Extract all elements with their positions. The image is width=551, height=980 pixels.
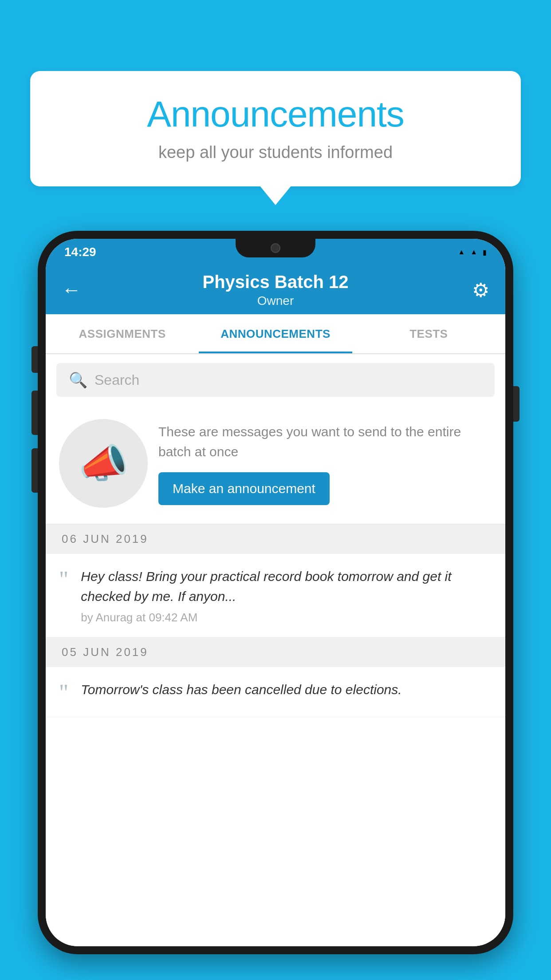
phone-wrapper: 14:29 ▲ ▲ ▮ ← Physics Batch 12 Owner ⚙: [38, 231, 513, 980]
screen-content: 🔍 Search 📣 These are messages you want t…: [46, 354, 505, 946]
announcement-item-2[interactable]: " Tomorrow's class has been cancelled du…: [46, 667, 505, 717]
status-time: 14:29: [64, 245, 96, 259]
back-button[interactable]: ←: [62, 279, 88, 301]
tab-assignments[interactable]: ASSIGNMENTS: [46, 314, 199, 353]
date-label-2: 05 JUN 2019: [62, 645, 149, 659]
phone-screen: 14:29 ▲ ▲ ▮ ← Physics Batch 12 Owner ⚙: [46, 239, 505, 946]
signal-icon: ▲: [470, 248, 477, 256]
quote-icon-1: ": [59, 568, 68, 591]
search-bar[interactable]: 🔍 Search: [56, 363, 495, 397]
announcement-message-2: Tomorrow's class has been cancelled due …: [81, 680, 492, 699]
search-wrapper: 🔍 Search: [46, 354, 505, 406]
app-bar-title: Physics Batch 12: [97, 272, 454, 292]
mute-button: [31, 346, 38, 373]
settings-icon[interactable]: ⚙: [463, 279, 489, 301]
volume-up-button: [31, 391, 38, 435]
battery-icon: ▮: [483, 248, 487, 257]
announcement-text-area-1: Hey class! Bring your practical record b…: [81, 566, 492, 624]
announcement-message-1: Hey class! Bring your practical record b…: [81, 566, 492, 606]
announcement-text-area-2: Tomorrow's class has been cancelled due …: [81, 680, 492, 704]
megaphone-icon: 📣: [79, 440, 128, 487]
speech-bubble-section: Announcements keep all your students inf…: [30, 71, 521, 186]
status-icons: ▲ ▲ ▮: [458, 248, 487, 257]
power-button: [513, 386, 520, 422]
promo-section: 📣 These are messages you want to send to…: [46, 406, 505, 524]
wifi-icon: ▲: [458, 248, 465, 256]
announcement-meta-1: by Anurag at 09:42 AM: [81, 611, 492, 624]
speech-bubble: Announcements keep all your students inf…: [30, 71, 521, 186]
tab-announcements[interactable]: ANNOUNCEMENTS: [199, 314, 352, 353]
app-bar-title-area: Physics Batch 12 Owner: [97, 272, 454, 308]
promo-description: These are messages you want to send to t…: [158, 422, 492, 462]
make-announcement-button[interactable]: Make an announcement: [158, 472, 330, 505]
search-icon: 🔍: [69, 371, 87, 389]
date-section-1: 06 JUN 2019: [46, 524, 505, 554]
bubble-subtitle: keep all your students informed: [57, 143, 494, 162]
promo-icon-circle: 📣: [59, 419, 148, 508]
search-placeholder: Search: [94, 372, 139, 388]
promo-text-area: These are messages you want to send to t…: [158, 422, 492, 505]
volume-down-button: [31, 448, 38, 493]
announcement-item-1[interactable]: " Hey class! Bring your practical record…: [46, 554, 505, 637]
bubble-title: Announcements: [57, 93, 494, 135]
front-camera: [271, 243, 280, 253]
app-bar: ← Physics Batch 12 Owner ⚙: [46, 265, 505, 314]
app-bar-subtitle: Owner: [97, 294, 454, 308]
tab-tests[interactable]: TESTS: [352, 314, 505, 353]
date-label-1: 06 JUN 2019: [62, 532, 149, 545]
tabs-bar: ASSIGNMENTS ANNOUNCEMENTS TESTS: [46, 314, 505, 354]
phone-notch: [236, 239, 315, 257]
quote-icon-2: ": [59, 681, 68, 704]
date-section-2: 05 JUN 2019: [46, 637, 505, 667]
phone-frame: 14:29 ▲ ▲ ▮ ← Physics Batch 12 Owner ⚙: [38, 231, 513, 954]
